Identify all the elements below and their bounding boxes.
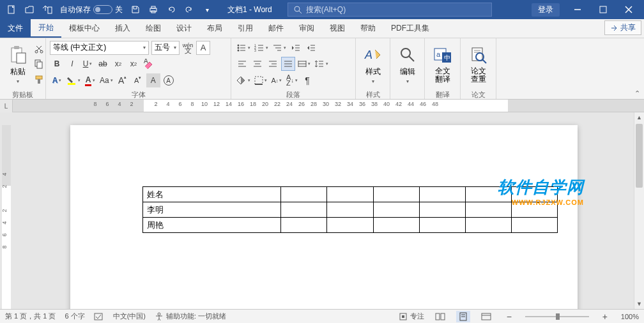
tab-draw[interactable]: 绘图 <box>138 19 169 38</box>
sort-button[interactable]: AZ↓ <box>285 73 299 87</box>
tab-view[interactable]: 视图 <box>322 19 353 38</box>
minimize-button[interactable] <box>565 1 590 19</box>
zoom-out-button[interactable]: − <box>502 311 516 322</box>
table-cell[interactable]: 周艳 <box>143 218 281 233</box>
table-cell[interactable] <box>373 202 419 218</box>
font-color-button[interactable]: A <box>83 73 97 87</box>
tab-mail[interactable]: 邮件 <box>261 19 291 38</box>
table-cell[interactable] <box>419 218 465 233</box>
accessibility-status[interactable]: 辅助功能: 一切就绪 <box>155 312 226 321</box>
read-mode-button[interactable] <box>433 311 447 322</box>
table-cell[interactable]: 姓名 <box>143 187 281 202</box>
align-right-button[interactable] <box>266 57 280 71</box>
new-file-icon[interactable] <box>3 1 20 19</box>
spellcheck-icon[interactable] <box>94 312 104 321</box>
language-status[interactable]: 中文(中国) <box>113 312 146 321</box>
distribute-button[interactable] <box>296 57 312 71</box>
qat-customize-icon[interactable]: ▾ <box>198 1 216 19</box>
subscript-button[interactable]: x2 <box>111 57 125 71</box>
focus-mode[interactable]: 专注 <box>399 312 424 321</box>
shading-button[interactable] <box>235 73 252 87</box>
align-center-button[interactable] <box>250 57 264 71</box>
table-row[interactable]: 李明 <box>143 202 558 218</box>
tab-template[interactable]: 模板中心 <box>61 19 107 38</box>
save-as-icon[interactable] <box>38 1 56 19</box>
justify-button[interactable] <box>281 57 295 71</box>
table-cell[interactable] <box>511 218 557 233</box>
table-cell[interactable] <box>327 202 373 218</box>
vertical-scrollbar[interactable]: ▲ ▼ <box>634 112 644 309</box>
paste-button[interactable]: 粘贴 ▾ <box>4 40 32 89</box>
cut-button[interactable] <box>32 41 46 56</box>
styles-button[interactable]: A 样式 ▾ <box>360 40 386 89</box>
table-cell[interactable]: 李明 <box>143 202 281 218</box>
format-painter-button[interactable] <box>32 73 46 87</box>
tab-selector[interactable]: L <box>0 100 13 112</box>
table-cell[interactable] <box>281 218 327 233</box>
page-scroll[interactable]: 软件自学网 WWW.RJZXW.COM 姓名李明周艳 <box>13 112 634 309</box>
tab-help[interactable]: 帮助 <box>353 19 383 38</box>
table-cell[interactable] <box>327 218 373 233</box>
table-cell[interactable] <box>419 202 465 218</box>
char-shading-button[interactable]: A <box>146 73 160 87</box>
superscript-button[interactable]: x2 <box>126 57 141 71</box>
text-effects-button[interactable]: A <box>50 73 64 87</box>
table-row[interactable]: 姓名 <box>143 187 558 202</box>
table-cell[interactable] <box>465 218 511 233</box>
autosave-toggle[interactable]: 自动保存 关 <box>56 4 126 15</box>
maximize-button[interactable] <box>590 1 616 19</box>
bold-button[interactable]: B <box>50 57 64 71</box>
table-cell[interactable] <box>419 187 465 202</box>
tab-home[interactable]: 开始 <box>31 19 61 38</box>
line-spacing-button[interactable] <box>313 57 330 71</box>
numbering-button[interactable]: 123 <box>253 41 270 55</box>
web-layout-button[interactable] <box>479 311 493 322</box>
highlight-button[interactable] <box>65 73 82 87</box>
align-left-button[interactable] <box>235 57 249 71</box>
thesis-button[interactable]: 论文 查重 <box>464 40 492 89</box>
zoom-knob[interactable] <box>556 313 560 320</box>
enclose-char-button[interactable]: A <box>162 73 176 87</box>
search-box[interactable]: 搜索(Alt+Q) <box>288 3 492 17</box>
login-button[interactable]: 登录 <box>532 3 560 17</box>
translate-button[interactable]: a中 全文 翻译 <box>429 40 456 89</box>
save-icon[interactable] <box>126 1 144 19</box>
tab-file[interactable]: 文件 <box>0 19 31 38</box>
print-layout-button[interactable] <box>456 311 470 322</box>
ribbon-collapse-button[interactable]: ⌃ <box>634 89 640 98</box>
underline-button[interactable]: U <box>80 57 95 71</box>
strikethrough-button[interactable]: ab <box>96 57 110 71</box>
italic-button[interactable]: I <box>65 57 79 71</box>
zoom-level[interactable]: 100% <box>621 313 639 320</box>
tab-layout[interactable]: 布局 <box>199 19 230 38</box>
phonetic-guide-button[interactable]: wén文 <box>181 41 195 55</box>
tab-references[interactable]: 引用 <box>230 19 261 38</box>
font-name-combo[interactable]: 等线 (中文正文)▾ <box>50 41 149 55</box>
scroll-down-icon[interactable]: ▼ <box>634 299 644 309</box>
editing-button[interactable]: 编辑 ▾ <box>394 40 420 89</box>
change-case-button[interactable]: Aa <box>98 73 114 87</box>
increase-indent-button[interactable] <box>304 41 318 55</box>
show-marks-button[interactable]: ¶ <box>300 73 314 87</box>
scroll-thumb[interactable] <box>636 124 643 188</box>
bullets-button[interactable] <box>235 41 252 55</box>
zoom-in-button[interactable]: + <box>598 311 612 322</box>
scroll-up-icon[interactable]: ▲ <box>634 112 644 123</box>
font-size-combo[interactable]: 五号▾ <box>151 41 180 55</box>
zoom-slider[interactable] <box>525 316 589 317</box>
tab-review[interactable]: 审阅 <box>291 19 322 38</box>
multilevel-list-button[interactable] <box>271 41 288 55</box>
table-row[interactable]: 周艳 <box>143 218 558 233</box>
horizontal-ruler[interactable]: 8642246810121416182022242628303234363840… <box>13 100 644 112</box>
table-cell[interactable] <box>281 202 327 218</box>
tab-pdftools[interactable]: PDF工具集 <box>383 19 437 38</box>
clear-format-button[interactable]: A <box>142 57 156 71</box>
page-count[interactable]: 第 1 页，共 1 页 <box>5 312 56 321</box>
decrease-indent-button[interactable] <box>289 41 303 55</box>
open-file-icon[interactable] <box>20 1 38 19</box>
table-cell[interactable] <box>327 187 373 202</box>
borders-button[interactable] <box>253 73 268 87</box>
char-border-button[interactable]: A <box>196 41 210 55</box>
table-cell[interactable] <box>373 218 419 233</box>
grow-font-button[interactable]: A▴ <box>116 73 130 87</box>
